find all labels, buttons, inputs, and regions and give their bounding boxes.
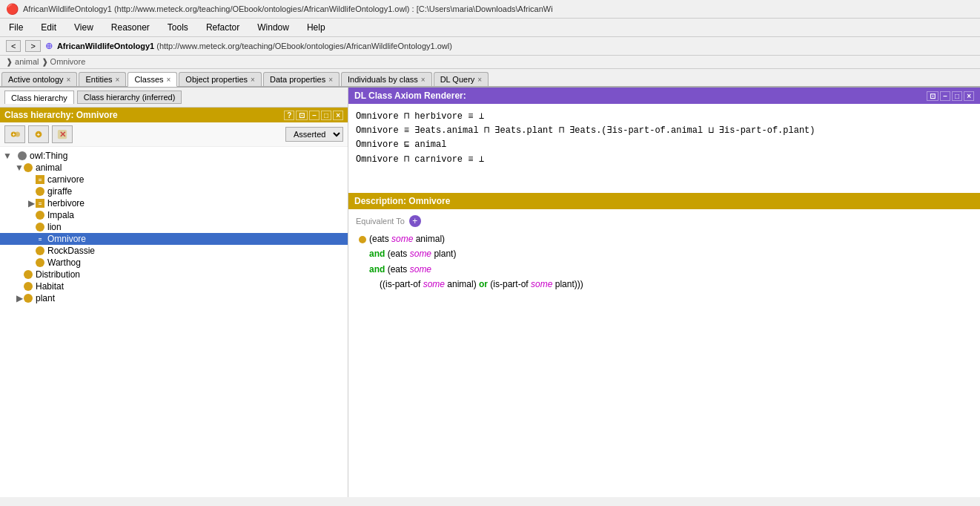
dl-icon-grid[interactable]: ⊡ [927, 91, 938, 101]
toggle-habitat [15, 281, 24, 292]
tree-item-carnivore[interactable]: = carnivore [0, 174, 348, 185]
menu-window[interactable]: Window [254, 21, 292, 34]
equiv-to-label: Equivalent To [356, 217, 405, 226]
tab-entities-close[interactable]: × [116, 76, 120, 84]
hierarchy-icon-question[interactable]: ? [284, 111, 294, 120]
icon-animal [24, 163, 33, 172]
tab-active-ontology-label: Active ontology [8, 75, 64, 84]
tab-entities-label: Entities [85, 75, 112, 84]
expr-line3: and (eats some [359, 262, 973, 277]
tab-dl-query-close[interactable]: × [477, 76, 482, 84]
menu-edit[interactable]: Edit [38, 21, 59, 34]
tab-classes-label: Classes [134, 75, 163, 84]
add-equiv-button[interactable]: + [409, 215, 421, 227]
toggle-animal[interactable]: ▼ [15, 162, 24, 173]
toggle-omnivore [27, 234, 36, 244]
icon-distribution [24, 270, 33, 279]
kw-some-5: some [531, 279, 552, 289]
icon-plant [24, 294, 33, 303]
add-subclass-button[interactable]: + [4, 125, 25, 143]
label-distribution: Distribution [36, 269, 80, 280]
class-hierarchy-inferred-tab[interactable]: Class hierarchy (inferred) [77, 91, 182, 104]
tree-item-omnivore[interactable]: = Omnivore [0, 233, 348, 245]
menu-reasoner[interactable]: Reasoner [108, 21, 153, 34]
hierarchy-controls: + + ✕ Asserted Inferred [0, 122, 348, 147]
toggle-carnivore [27, 174, 36, 185]
title-bar: 🔴 AfricanWildlifeOntology1 (http://www.m… [0, 0, 980, 19]
label-rockdassie: RockDassie [47, 246, 95, 256]
asserted-select[interactable]: Asserted Inferred [285, 127, 343, 142]
tab-data-properties[interactable]: Data properties × [263, 72, 340, 86]
hierarchy-title: Class hierarchy: Omnivore [4, 110, 118, 120]
label-giraffe: giraffe [47, 186, 72, 197]
tree-item-giraffe[interactable]: giraffe [0, 185, 348, 197]
icon-owlthing [18, 151, 27, 160]
icon-habitat [24, 282, 33, 291]
icon-herbivore: = [36, 199, 44, 208]
dl-icon-box[interactable]: □ [952, 91, 962, 101]
toggle-owlthing[interactable]: ▼ [3, 151, 12, 161]
kw-and-2: and [369, 264, 385, 275]
hierarchy-icon-box[interactable]: □ [321, 111, 331, 120]
toggle-plant[interactable]: ▶ [15, 293, 24, 303]
toggle-herbivore[interactable]: ▶ [27, 198, 36, 208]
description-expression: (eats some animal) and (eats some plant)… [356, 231, 973, 292]
label-lion: lion [47, 222, 62, 232]
tree-item-plant[interactable]: ▶ plant [0, 292, 348, 304]
tree-item-impala[interactable]: Impala [0, 209, 348, 221]
add-class-button[interactable]: + [28, 125, 49, 143]
dl-line-1: Omnivore ⊓ herbivore ≡ ⊥ [356, 110, 973, 124]
nav-url: AfricanWildlifeOntology1 (http://www.met… [57, 42, 452, 50]
ontology-name: AfricanWildlifeOntology1 [57, 42, 154, 50]
hierarchy-icon-grid[interactable]: ⊡ [296, 111, 308, 120]
tree-item-warthog[interactable]: Warthog [0, 257, 348, 269]
tab-classes[interactable]: Classes × [128, 72, 177, 87]
dl-title: DL Class Axiom Renderer: [354, 91, 466, 101]
tree-item-rockdassie[interactable]: RockDassie [0, 245, 348, 257]
tab-dl-query[interactable]: DL Query × [434, 72, 489, 86]
icon-carnivore: = [36, 175, 44, 184]
delete-class-button[interactable]: ✕ [52, 125, 73, 143]
tab-active-ontology[interactable]: Active ontology × [1, 72, 77, 86]
tab-individuals-by-class[interactable]: Individuals by class × [341, 72, 432, 86]
menu-help[interactable]: Help [304, 21, 328, 34]
tree-item-animal[interactable]: ▼ animal [0, 162, 348, 174]
dl-title-bar: DL Class Axiom Renderer: ⊡ − □ × [348, 88, 980, 104]
hierarchy-icon-close[interactable]: × [333, 111, 343, 120]
menu-tools[interactable]: Tools [165, 21, 191, 34]
hierarchy-icon-minus[interactable]: − [309, 111, 320, 120]
tab-data-properties-close[interactable]: × [328, 76, 333, 84]
back-button[interactable]: < [6, 40, 21, 52]
menu-view[interactable]: View [71, 21, 96, 34]
tab-object-properties[interactable]: Object properties × [179, 72, 262, 86]
forward-button[interactable]: > [25, 40, 40, 52]
class-hierarchy-tab[interactable]: Class hierarchy [4, 91, 74, 104]
kw-or-1: or [479, 279, 488, 289]
menu-file[interactable]: File [6, 21, 26, 34]
tree-item-habitat[interactable]: Habitat [0, 280, 348, 292]
kw-some-4: some [423, 279, 445, 289]
nav-bar: < > ⊕ AfricanWildlifeOntology1 (http://w… [0, 37, 980, 56]
tree-item-lion[interactable]: lion [0, 221, 348, 233]
tree-item-herbivore[interactable]: ▶ = herbivore [0, 197, 348, 209]
tab-individuals-by-class-close[interactable]: × [421, 76, 426, 84]
dl-icon-minus[interactable]: − [940, 91, 950, 101]
toggle-lion [27, 222, 36, 232]
tab-classes-close[interactable]: × [167, 76, 171, 84]
tab-individuals-by-class-label: Individuals by class [348, 75, 418, 84]
menu-bar: File Edit View Reasoner Tools Refactor W… [0, 19, 980, 37]
breadcrumb-text: ❱ animal ❱ Omnivore [6, 57, 85, 66]
menu-refactor[interactable]: Refactor [203, 21, 242, 34]
tab-object-properties-close[interactable]: × [251, 76, 255, 84]
tab-entities[interactable]: Entities × [79, 72, 126, 86]
icon-warthog [36, 258, 44, 267]
tree-item-owlthing[interactable]: ▼ owl:Thing [0, 150, 348, 162]
dl-icon-close[interactable]: × [964, 91, 974, 101]
tab-active-ontology-close[interactable]: × [67, 76, 71, 84]
description-title-bar: Description: Omnivore [348, 193, 980, 209]
hierarchy-title-bar: Class hierarchy: Omnivore ? ⊡ − □ × [0, 108, 348, 122]
app-icon: 🔴 [6, 3, 19, 15]
icon-lion [36, 223, 44, 231]
toggle-impala [27, 210, 36, 220]
tree-item-distribution[interactable]: Distribution [0, 269, 348, 280]
